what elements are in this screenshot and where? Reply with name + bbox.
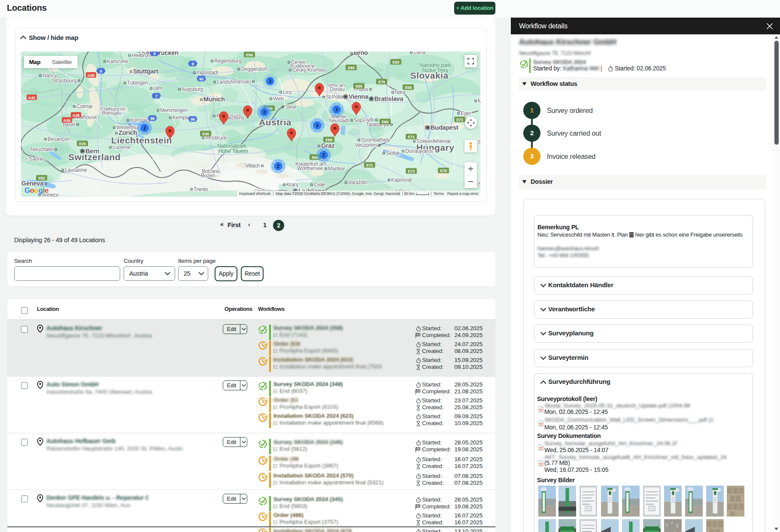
svg-text:Deggendorf: Deggendorf: [241, 66, 267, 72]
svg-text:Szeged: Szeged: [478, 181, 480, 187]
svg-text:E45: E45: [202, 132, 209, 136]
svg-text:E50: E50: [392, 60, 399, 64]
svg-text:E75: E75: [440, 169, 447, 173]
svg-text:Hohe Tauern: Hohe Tauern: [218, 148, 248, 154]
svg-text:Tübingen: Tübingen: [127, 80, 148, 86]
svg-text:Switzerland: Switzerland: [68, 152, 121, 162]
svg-text:Ingolstadt: Ingolstadt: [197, 70, 219, 76]
svg-text:Český Krumlov: Český Krumlov: [292, 67, 326, 73]
svg-text:Karlsruhe: Karlsruhe: [107, 58, 128, 64]
svg-text:Bratislava: Bratislava: [374, 95, 404, 102]
svg-text:Passau: Passau: [234, 79, 251, 85]
svg-text:Augsburg: Augsburg: [182, 86, 203, 92]
svg-text:Brno: Brno: [354, 52, 368, 56]
svg-text:E60: E60: [382, 120, 388, 124]
svg-text:3: 3: [269, 79, 271, 84]
svg-text:Slovakia: Slovakia: [410, 70, 448, 80]
svg-text:E71: E71: [366, 163, 373, 167]
svg-text:Vienna: Vienna: [349, 93, 369, 100]
svg-text:3: 3: [263, 109, 266, 115]
svg-text:7: 7: [155, 94, 157, 98]
svg-text:Strasbourg: Strasbourg: [52, 78, 76, 84]
svg-text:Liechtenstein: Liechtenstein: [111, 135, 172, 145]
svg-text:A31: A31: [28, 95, 36, 100]
svg-text:r-Saône: r-Saône: [26, 156, 44, 162]
svg-text:Miskc: Miskc: [478, 98, 480, 104]
svg-text:E75: E75: [378, 80, 385, 84]
svg-text:Veszprém: Veszprém: [355, 142, 377, 148]
svg-text:Colmar: Colmar: [76, 103, 93, 109]
svg-text:St.Pölten: St.Pölten: [326, 94, 346, 100]
svg-text:E59: E59: [325, 138, 332, 142]
svg-text:E65: E65: [355, 84, 362, 88]
svg-text:Kaposvár: Kaposvár: [391, 177, 412, 183]
svg-text:2: 2: [316, 123, 319, 128]
svg-text:Linz: Linz: [283, 89, 292, 95]
svg-text:Memmingen: Memmingen: [160, 107, 188, 113]
svg-text:Donau: Donau: [330, 86, 344, 92]
svg-text:92: 92: [199, 76, 203, 81]
svg-text:Regensburg: Regensburg: [214, 58, 241, 64]
svg-text:Stuttgart: Stuttgart: [133, 68, 158, 75]
svg-text:Besançon: Besançon: [48, 136, 70, 142]
svg-text:Trento: Trento: [194, 186, 208, 192]
svg-text:Villach: Villach: [245, 163, 260, 169]
svg-text:2: 2: [322, 152, 325, 158]
svg-text:Breisgau: Breisgau: [102, 110, 121, 116]
svg-text:A35: A35: [88, 73, 95, 78]
svg-text:E62: E62: [38, 176, 45, 180]
svg-text:Neustadt: Neustadt: [329, 118, 349, 124]
svg-text:Žilina: Žilina: [413, 52, 425, 55]
svg-text:Wörthersee: Wörthersee: [297, 165, 323, 171]
svg-text:E56: E56: [246, 53, 253, 57]
svg-text:Wels: Wels: [273, 96, 284, 102]
svg-text:Kranj: Kranj: [286, 182, 298, 188]
svg-text:96: 96: [150, 116, 155, 121]
svg-text:A35: A35: [73, 113, 80, 118]
svg-text:Neuchâtel: Neuchâtel: [31, 146, 53, 152]
svg-text:E71: E71: [456, 118, 463, 122]
svg-text:2: 2: [143, 125, 146, 131]
svg-text:2: 2: [277, 164, 279, 169]
svg-text:Szolnc: Szolnc: [478, 139, 480, 145]
svg-text:Lucerne: Lucerne: [112, 144, 131, 150]
svg-text:Varaždin: Varaždin: [348, 179, 367, 185]
svg-text:Ulm: Ulm: [153, 85, 162, 91]
svg-text:E58: E58: [405, 85, 412, 90]
svg-text:alzburg: alzburg: [228, 115, 244, 121]
svg-text:E73: E73: [408, 169, 415, 173]
svg-text:E25: E25: [79, 142, 86, 146]
svg-text:Nitra: Nitra: [395, 89, 406, 95]
svg-text:6: 6: [153, 52, 155, 56]
svg-text:95: 95: [191, 117, 195, 122]
svg-text:9: 9: [191, 61, 194, 66]
svg-text:Geneva: Geneva: [21, 180, 44, 187]
svg-text:Dunaújváros: Dunaújváros: [405, 148, 433, 154]
svg-text:Celje: Celje: [314, 182, 325, 188]
svg-text:Bozen: Bozen: [201, 173, 215, 179]
svg-text:Steyr: Steyr: [285, 104, 297, 110]
svg-text:Munich: Munich: [203, 96, 225, 103]
svg-text:E71: E71: [408, 135, 415, 139]
svg-text:Siófok: Siófok: [386, 150, 400, 156]
svg-text:A36: A36: [64, 118, 71, 123]
svg-text:Eger: Eger: [461, 110, 471, 116]
svg-text:3: 3: [335, 107, 338, 112]
svg-text:Lausanne: Lausanne: [65, 167, 87, 173]
svg-text:Maribor: Maribor: [328, 166, 345, 172]
svg-text:Budapest: Budapest: [431, 124, 458, 131]
svg-text:E65: E65: [348, 66, 355, 70]
